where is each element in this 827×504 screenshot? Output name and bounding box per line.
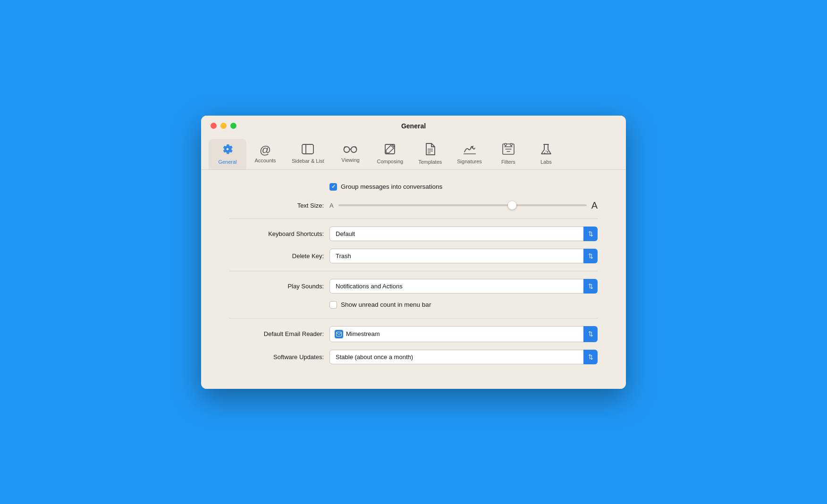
text-size-row: Text Size: A A [229, 200, 598, 211]
svg-point-14 [546, 151, 547, 151]
tab-filters[interactable]: Filters [489, 139, 527, 169]
glasses-icon [343, 145, 358, 155]
delete-key-label: Delete Key: [229, 252, 324, 260]
group-messages-checkbox[interactable]: ✓ [329, 183, 337, 191]
show-unread-label: Show unread count in menu bar [341, 301, 431, 308]
svg-rect-0 [302, 144, 313, 154]
tab-filters-label: Filters [501, 159, 515, 165]
keyboard-shortcuts-row: Keyboard Shortcuts: Default Gmail Custom… [229, 227, 598, 241]
svg-rect-10 [510, 143, 512, 145]
tab-signatures[interactable]: Signatures [449, 140, 489, 169]
maximize-button[interactable] [230, 123, 236, 129]
software-updates-row: Software Updates: Stable (about once a m… [229, 350, 598, 364]
default-email-row: Default Email Reader: Mimestream ⇅ [229, 326, 598, 342]
filter-icon [502, 143, 515, 157]
checkmark-icon: ✓ [331, 184, 336, 189]
labs-icon [540, 143, 552, 157]
title-bar: General [201, 116, 626, 136]
delete-key-select[interactable]: Trash Archive Delete [329, 249, 598, 263]
software-updates-label: Software Updates: [229, 353, 324, 361]
show-unread-checkbox[interactable] [329, 301, 337, 309]
svg-rect-15 [337, 332, 342, 336]
group-messages-row: ✓ Group messages into conversations [229, 183, 598, 191]
tab-viewing[interactable]: Viewing [331, 141, 369, 168]
keyboard-shortcuts-select-container: Default Gmail Custom ⇅ [329, 227, 598, 241]
tab-signatures-label: Signatures [457, 159, 482, 164]
sidebar-icon [302, 144, 314, 156]
tab-general-label: General [218, 159, 236, 165]
play-sounds-row: Play Sounds: Notifications and Actions N… [229, 279, 598, 294]
tab-templates[interactable]: Templates [411, 139, 449, 169]
show-unread-row: Show unread count in menu bar [229, 301, 598, 309]
tab-templates-label: Templates [418, 159, 442, 165]
minimize-button[interactable] [220, 123, 227, 129]
tab-accounts-label: Accounts [254, 158, 276, 163]
tab-sidebar-label: Sidebar & List [292, 158, 324, 164]
template-icon [425, 143, 435, 157]
slider-fill [338, 204, 512, 206]
keyboard-shortcuts-label: Keyboard Shortcuts: [229, 230, 324, 237]
tab-accounts[interactable]: @ Accounts [246, 141, 284, 168]
play-sounds-select[interactable]: Notifications and Actions None All [329, 279, 598, 294]
compose-icon [384, 143, 396, 157]
settings-content: ✓ Group messages into conversations Text… [201, 170, 626, 389]
tab-composing-label: Composing [377, 159, 403, 164]
play-sounds-select-container: Notifications and Actions None All ⇅ [329, 279, 598, 294]
software-updates-select-container: Stable (about once a month) Beta ⇅ [329, 350, 598, 364]
window-controls [211, 123, 236, 129]
svg-rect-9 [505, 143, 506, 145]
keyboard-shortcuts-select[interactable]: Default Gmail Custom [329, 227, 598, 241]
separator-3 [229, 318, 598, 319]
window-title: General [401, 122, 426, 130]
separator-1 [229, 218, 598, 219]
text-size-track[interactable] [338, 204, 587, 206]
default-email-select-container: Mimestream ⇅ [329, 326, 598, 342]
signature-icon [463, 143, 477, 157]
mimestream-icon [335, 330, 343, 338]
tab-labs[interactable]: Labs [527, 139, 565, 169]
software-updates-select[interactable]: Stable (about once a month) Beta [329, 350, 598, 364]
delete-key-row: Delete Key: Trash Archive Delete ⇅ [229, 249, 598, 263]
tab-labs-label: Labs [540, 159, 552, 165]
svg-point-13 [544, 152, 545, 153]
tab-general[interactable]: General [209, 139, 246, 169]
main-window: General General @ Accounts [201, 116, 626, 389]
delete-key-select-container: Trash Archive Delete ⇅ [329, 249, 598, 263]
default-email-label: Default Email Reader: [229, 330, 324, 337]
tab-sidebar[interactable]: Sidebar & List [284, 140, 331, 168]
svg-point-12 [547, 151, 548, 152]
at-icon: @ [260, 144, 271, 156]
tab-viewing-label: Viewing [341, 157, 359, 163]
text-size-label: Text Size: [229, 202, 324, 209]
default-email-value: Mimestream [346, 330, 380, 337]
text-size-large-a: A [591, 200, 598, 211]
default-email-select[interactable]: Mimestream [329, 326, 598, 342]
play-sounds-label: Play Sounds: [229, 283, 324, 290]
toolbar: General @ Accounts Sidebar & List [201, 136, 626, 170]
separator-2 [229, 271, 598, 271]
tab-composing[interactable]: Composing [369, 140, 411, 169]
close-button[interactable] [211, 123, 217, 129]
text-size-small-a: A [329, 202, 334, 209]
gear-icon [221, 143, 234, 157]
group-messages-label: Group messages into conversations [341, 183, 442, 190]
slider-thumb[interactable] [508, 201, 516, 210]
text-size-slider-container: A A [329, 200, 598, 211]
